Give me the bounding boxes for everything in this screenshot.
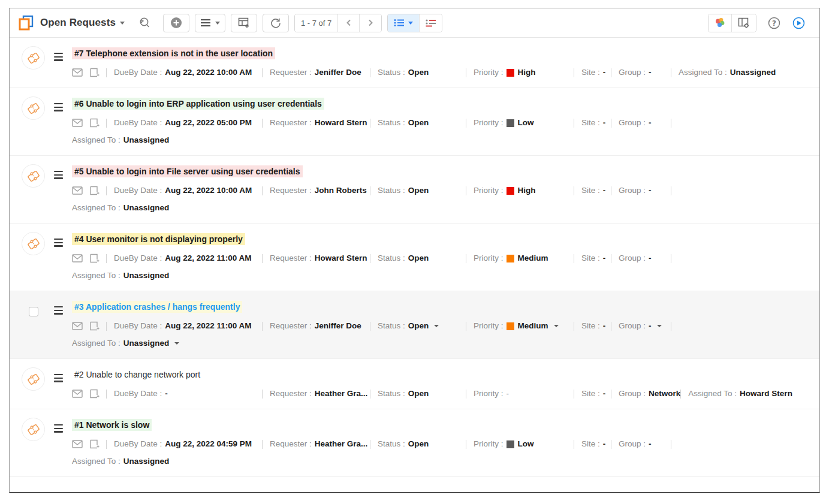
request-title-link[interactable]: #5 Unable to login into File server usin… <box>72 165 303 177</box>
row-gutter <box>22 418 72 467</box>
request-row[interactable]: #7 Telephone extension is not in the use… <box>10 38 819 88</box>
list-view-icon <box>394 19 404 27</box>
add-request-button[interactable] <box>163 14 189 32</box>
assigned-dropdown-icon[interactable] <box>174 342 179 345</box>
request-title-link[interactable]: #3 Application crashes / hangs frequentl… <box>72 301 242 313</box>
requester-field: Requester :John Roberts <box>262 185 370 197</box>
request-title-link[interactable]: #6 Unable to login into ERP application … <box>72 98 324 110</box>
status-field[interactable]: Status :Open <box>370 388 466 400</box>
row-content: #5 Unable to login into File server usin… <box>72 164 805 214</box>
priority-field[interactable]: Priority :Medium <box>466 320 574 332</box>
request-row[interactable]: #6 Unable to login into ERP application … <box>10 88 819 156</box>
status-field[interactable]: Status :Open <box>370 252 466 264</box>
row-menu-icon[interactable] <box>54 53 63 63</box>
row-menu-icon[interactable] <box>54 306 63 316</box>
next-page-button[interactable] <box>360 14 381 32</box>
refresh-button[interactable] <box>263 14 289 32</box>
status-field[interactable]: Status :Open <box>370 117 466 129</box>
assigned-field[interactable] <box>671 119 679 128</box>
assigned-field[interactable]: Assigned To :Unassigned <box>72 455 169 467</box>
assigned-field[interactable]: Assigned To :Howard Stern <box>680 388 792 400</box>
assigned-field[interactable]: Assigned To :Unassigned <box>72 202 169 214</box>
add-note-icon[interactable] <box>89 439 100 449</box>
status-field[interactable]: Status :Open <box>370 67 466 79</box>
assigned-field[interactable] <box>671 440 679 449</box>
bulk-actions-button[interactable] <box>195 14 225 32</box>
assigned-line: Assigned To :Unassigned <box>72 455 805 467</box>
request-row[interactable]: #1 Network is slow DueBy Date :Aug 22, 2… <box>10 409 819 477</box>
mail-icon[interactable] <box>72 440 83 448</box>
request-title-link[interactable]: #2 Unable to change network port <box>72 369 203 381</box>
priority-field[interactable]: Priority :- <box>466 388 574 400</box>
row-menu-icon[interactable] <box>54 171 63 181</box>
view-selector-caret-icon[interactable] <box>120 22 125 25</box>
priority-field[interactable]: Priority :High <box>466 185 574 197</box>
group-field[interactable]: Group :- <box>611 67 671 79</box>
search-filter-icon[interactable] <box>138 16 151 29</box>
request-title-link[interactable]: #1 Network is slow <box>72 419 152 431</box>
assigned-field[interactable] <box>671 186 679 195</box>
view-title[interactable]: Open Requests <box>40 17 116 29</box>
assigned-field[interactable]: Assigned To :Unassigned <box>72 134 169 146</box>
row-menu-icon[interactable] <box>54 239 63 249</box>
requester-field: Requester :Jeniffer Doe <box>262 67 370 79</box>
status-field[interactable]: Status :Open <box>370 438 466 450</box>
add-note-icon[interactable] <box>89 389 100 399</box>
mail-icon[interactable] <box>72 322 83 330</box>
ticket-icon <box>22 96 45 120</box>
group-field[interactable]: Group :- <box>611 438 671 450</box>
mail-icon[interactable] <box>72 119 83 127</box>
status-field[interactable]: Status :Open <box>370 320 466 332</box>
guided-tour-button[interactable] <box>786 14 811 32</box>
request-row[interactable]: #4 User monitor is not displaying proper… <box>10 224 819 291</box>
assigned-field[interactable] <box>671 322 679 331</box>
priority-field[interactable]: Priority :Low <box>466 117 574 129</box>
dueby-field: DueBy Date :Aug 22, 2022 10:00 AM <box>106 67 262 79</box>
add-note-icon[interactable] <box>89 253 100 263</box>
help-button[interactable]: ? <box>762 14 786 32</box>
add-note-icon[interactable] <box>89 68 100 77</box>
priority-dropdown-icon[interactable] <box>554 325 559 327</box>
group-field[interactable]: Group :Network <box>611 388 680 400</box>
group-field[interactable]: Group :- <box>611 320 671 332</box>
status-dropdown-icon[interactable] <box>434 325 439 327</box>
ticket-icon <box>22 232 45 255</box>
add-note-icon[interactable] <box>89 321 100 331</box>
request-row[interactable]: #2 Unable to change network port DueBy D… <box>10 359 819 409</box>
compact-view-toggle[interactable] <box>420 14 442 32</box>
color-palette-button[interactable] <box>709 14 732 32</box>
group-field[interactable]: Group :- <box>611 117 671 129</box>
assigned-field[interactable]: Assigned To :Unassigned <box>72 337 179 349</box>
priority-field[interactable]: Priority :Medium <box>466 252 574 264</box>
mail-icon[interactable] <box>72 68 83 77</box>
request-row[interactable]: #5 Unable to login into File server usin… <box>10 156 819 224</box>
row-menu-icon[interactable] <box>54 103 63 113</box>
help-icon: ? <box>768 17 780 29</box>
prev-page-button[interactable] <box>338 14 360 32</box>
assigned-field[interactable] <box>671 254 679 263</box>
assigned-field[interactable]: Assigned To :Unassigned <box>671 67 776 79</box>
row-menu-icon[interactable] <box>54 424 63 434</box>
group-field[interactable]: Group :- <box>611 185 671 197</box>
row-meta: DueBy Date :Aug 22, 2022 10:00 AM Reques… <box>72 67 805 79</box>
mail-icon[interactable] <box>72 254 83 262</box>
mail-icon[interactable] <box>72 186 83 195</box>
group-dropdown-icon[interactable] <box>657 325 662 327</box>
site-field: Site :- <box>574 438 611 450</box>
request-title-link[interactable]: #4 User monitor is not displaying proper… <box>72 233 245 245</box>
row-checkbox[interactable] <box>22 300 45 323</box>
request-row[interactable]: #3 Application crashes / hangs frequentl… <box>10 291 819 359</box>
add-view-button[interactable] <box>231 14 257 32</box>
add-note-icon[interactable] <box>89 118 100 128</box>
status-field[interactable]: Status :Open <box>370 185 466 197</box>
priority-field[interactable]: Priority :Low <box>466 438 574 450</box>
request-title-link[interactable]: #7 Telephone extension is not in the use… <box>72 47 275 59</box>
group-field[interactable]: Group :- <box>611 252 671 264</box>
row-menu-icon[interactable] <box>54 374 63 384</box>
mail-icon[interactable] <box>72 390 83 398</box>
assigned-field[interactable]: Assigned To :Unassigned <box>72 270 169 282</box>
column-settings-button[interactable] <box>732 14 756 32</box>
priority-field[interactable]: Priority :High <box>466 67 574 79</box>
add-note-icon[interactable] <box>89 186 100 195</box>
list-view-toggle[interactable] <box>388 14 420 32</box>
